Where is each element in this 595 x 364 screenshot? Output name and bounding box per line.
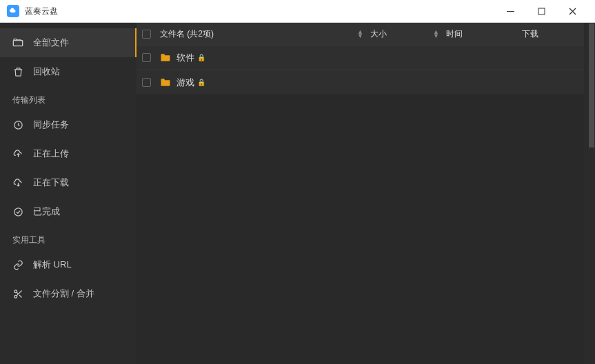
scrollbar-thumb[interactable] — [589, 23, 594, 148]
sidebar-item-label: 正在下载 — [33, 176, 69, 189]
header-size-label: 大小 — [370, 28, 387, 40]
svg-point-4 — [14, 290, 17, 292]
upload-icon — [12, 148, 23, 159]
app-title: 蓝奏云盘 — [25, 6, 58, 17]
header-download[interactable]: 下载 — [522, 28, 584, 40]
header-name-label: 文件名 (共2项) — [160, 28, 214, 40]
sidebar-item-completed[interactable]: 已完成 — [0, 197, 137, 226]
header-download-label: 下载 — [522, 28, 538, 40]
header-time-label: 时间 — [446, 28, 463, 40]
sidebar: 全部文件 回收站 传输列表 同步任务 正在上传 正在下载 — [0, 23, 137, 364]
sort-icon: ▲▼ — [357, 30, 363, 38]
select-all-checkbox[interactable] — [142, 30, 151, 39]
minimize-button[interactable] — [495, 0, 526, 23]
main-content: 文件名 (共2项) ▲▼ 大小 ▲▼ 时间 下载 — [137, 23, 588, 364]
sidebar-section-tools: 实用工具 — [0, 226, 137, 250]
close-button[interactable] — [557, 0, 588, 23]
svg-point-3 — [14, 208, 21, 215]
folder-icon — [160, 53, 171, 62]
svg-point-5 — [14, 295, 17, 298]
row-checkbox[interactable] — [142, 78, 151, 87]
sidebar-item-label: 回收站 — [33, 65, 60, 78]
row-name: 游戏 — [177, 77, 194, 89]
empty-area — [137, 94, 584, 364]
row-name: 软件 — [177, 52, 194, 64]
sidebar-item-parse-url[interactable]: 解析 URL — [0, 250, 137, 279]
maximize-button[interactable] — [526, 0, 557, 23]
sidebar-item-file-split-merge[interactable]: 文件分割 / 合并 — [0, 279, 137, 308]
sidebar-item-all-files[interactable]: 全部文件 — [0, 28, 137, 57]
lock-icon: 🔒 — [197, 54, 205, 61]
app-icon — [7, 5, 19, 17]
svg-rect-1 — [538, 8, 545, 14]
header-name[interactable]: 文件名 (共2项) ▲▼ — [156, 28, 370, 40]
table-header: 文件名 (共2项) ▲▼ 大小 ▲▼ 时间 下载 — [137, 23, 584, 45]
check-icon — [12, 206, 23, 217]
sidebar-item-recycle-bin[interactable]: 回收站 — [0, 57, 137, 86]
folders-icon — [12, 37, 23, 48]
lock-icon: 🔒 — [197, 79, 205, 86]
link-icon — [12, 259, 23, 270]
sidebar-section-transfer: 传输列表 — [0, 86, 137, 110]
trash-icon — [12, 66, 23, 77]
sidebar-item-uploading[interactable]: 正在上传 — [0, 139, 137, 168]
row-checkbox[interactable] — [142, 53, 151, 62]
folder-icon — [160, 78, 171, 87]
sidebar-item-label: 全部文件 — [33, 37, 69, 49]
scissors-icon — [12, 288, 23, 299]
file-table: 文件名 (共2项) ▲▼ 大小 ▲▼ 时间 下载 — [137, 23, 584, 364]
svg-rect-0 — [507, 11, 514, 12]
sidebar-item-label: 解析 URL — [33, 259, 72, 271]
header-size[interactable]: 大小 ▲▼ — [370, 28, 446, 40]
sidebar-item-sync[interactable]: 同步任务 — [0, 110, 137, 139]
sort-icon: ▲▼ — [433, 30, 439, 38]
header-time[interactable]: 时间 — [446, 28, 522, 40]
sidebar-item-label: 文件分割 / 合并 — [33, 287, 94, 300]
sidebar-item-label: 正在上传 — [33, 148, 69, 160]
sync-icon — [12, 119, 23, 130]
table-row[interactable]: 游戏 🔒 — [137, 70, 584, 94]
sidebar-item-label: 同步任务 — [33, 119, 69, 131]
table-row[interactable]: 软件 🔒 — [137, 45, 584, 70]
titlebar: 蓝奏云盘 — [0, 0, 595, 23]
window-controls — [495, 0, 588, 23]
download-icon — [12, 177, 23, 188]
sidebar-item-label: 已完成 — [33, 205, 60, 218]
scrollbar[interactable] — [588, 23, 595, 364]
sidebar-item-downloading[interactable]: 正在下载 — [0, 168, 137, 197]
